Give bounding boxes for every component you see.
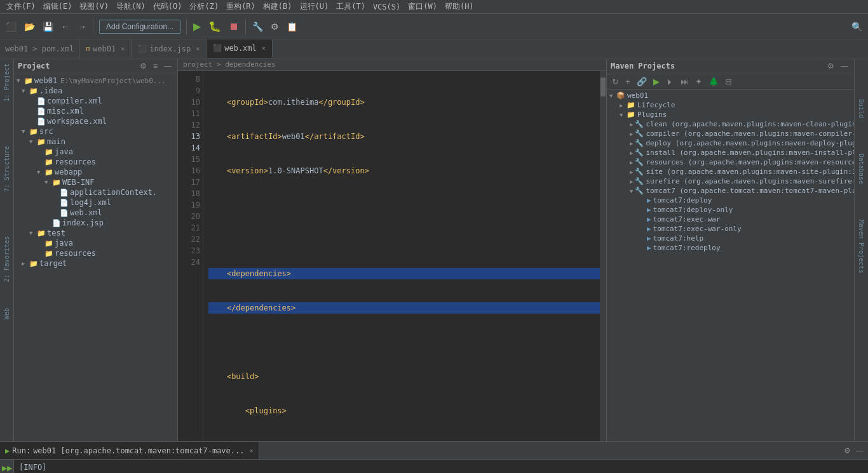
right-tab-maven-projects[interactable]: Maven Projects — [857, 217, 866, 276]
maven-link-btn[interactable]: 🔗 — [634, 76, 649, 88]
bottom-tab-run[interactable]: ▶ Run: web01 [org.apache.tomcat.maven:to… — [0, 442, 259, 459]
sidebar-project-icon[interactable]: 1: Project — [2, 61, 11, 104]
right-tab-build[interactable]: Build — [857, 97, 866, 121]
tree-idea[interactable]: ▼ 📁 .idea — [14, 86, 177, 96]
menu-tools[interactable]: 工具(T) — [332, 0, 369, 13]
tree-test-java[interactable]: ▶ 📁 java — [14, 238, 177, 248]
toolbar-new[interactable]: ⬛ — [3, 20, 20, 34]
maven-surefire[interactable]: ▶ 🔧 surefire (org.apache.maven.plugins:m… — [607, 177, 854, 186]
tree-java[interactable]: ▶ 📁 java — [14, 147, 177, 157]
maven-tomcat7-exec-war-only[interactable]: ▶ tomcat7:exec-war-only — [607, 224, 854, 234]
tab-web01-close[interactable]: ✕ — [121, 45, 125, 52]
stop-button[interactable]: ⏹ — [226, 19, 242, 34]
tree-root[interactable]: ▼ 📁 web01 E:\myMavenProject\web0... — [14, 76, 177, 86]
toolbar-forward[interactable]: → — [74, 20, 90, 34]
maven-settings-btn[interactable]: ⚙ — [825, 61, 836, 71]
maven-tomcat7-help[interactable]: ▶ tomcat7:help — [607, 234, 854, 243]
maven-tomcat7-deploy-only[interactable]: ▶ tomcat7:deploy-only — [607, 205, 854, 215]
menu-edit[interactable]: 编辑(E) — [39, 0, 76, 13]
tree-misc-xml[interactable]: ▶ 📄 misc.xml — [14, 106, 177, 116]
menu-navigate[interactable]: 导航(N) — [112, 0, 149, 13]
tree-test[interactable]: ▼ 📁 test — [14, 228, 177, 238]
maven-skip-tests-btn[interactable]: ⏭ — [678, 76, 691, 88]
toolbar-structure[interactable]: 📋 — [283, 20, 301, 34]
tree-resources[interactable]: ▶ 📁 resources — [14, 157, 177, 167]
tab-web01[interactable]: m web01 ✕ — [79, 39, 132, 58]
run-button[interactable]: ▶ — [190, 18, 204, 34]
maven-run-btn[interactable]: ▶ — [651, 76, 662, 88]
maven-tomcat7-exec-war[interactable]: ▶ tomcat7:exec-war — [607, 215, 854, 224]
maven-root[interactable]: ▼ 📦 web01 — [607, 91, 854, 100]
maven-deploy[interactable]: ▶ 🔧 deploy (org.apache.maven.plugins:mav… — [607, 138, 854, 148]
project-breadcrumb[interactable]: web01 > pom.xml — [0, 39, 79, 58]
maven-debug-btn[interactable]: ⏵ — [663, 76, 677, 88]
tree-appcontext[interactable]: ▶ 📄 applicationContext. — [14, 187, 177, 197]
tab-web-xml[interactable]: ⬛ web.xml ✕ — [207, 39, 273, 58]
menu-code[interactable]: 代码(O) — [149, 0, 186, 13]
toolbar-sdk[interactable]: ⚙ — [268, 20, 282, 34]
tree-compiler-xml[interactable]: ▶ 📄 compiler.xml — [14, 96, 177, 106]
maven-tomcat7-deploy[interactable]: ▶ tomcat7:deploy — [607, 196, 854, 205]
maven-refresh-btn[interactable]: ↻ — [609, 76, 621, 88]
menu-refactor[interactable]: 重构(R) — [222, 0, 259, 13]
menu-view[interactable]: 视图(V) — [76, 0, 112, 13]
project-scope-btn[interactable]: ⚙ — [138, 61, 149, 71]
tree-workspace-xml[interactable]: ▶ 📄 workspace.xml — [14, 116, 177, 126]
tab-web-xml-close[interactable]: ✕ — [262, 44, 266, 51]
menu-analyze[interactable]: 分析(Z) — [186, 0, 222, 13]
tab-index-jsp-close[interactable]: ✕ — [196, 45, 200, 52]
maven-minimize-btn[interactable]: — — [839, 61, 850, 71]
tree-main[interactable]: ▼ 📁 main — [14, 137, 177, 147]
toolbar-back[interactable]: ← — [58, 20, 73, 34]
tree-index-jsp[interactable]: ▶ 📄 index.jsp — [14, 218, 177, 228]
project-minimize-btn[interactable]: — — [162, 61, 173, 71]
maven-lifecycle[interactable]: ▶ 📁 Lifecycle — [607, 100, 854, 110]
tree-web-xml[interactable]: ▶ 📄 web.xml — [14, 208, 177, 218]
maven-plugins[interactable]: ▼ 📁 Plugins — [607, 110, 854, 119]
maven-compiler[interactable]: ▶ 🔧 compiler (org.apache.maven.plugins:m… — [607, 129, 854, 138]
menu-window[interactable]: 窗口(W) — [404, 0, 441, 13]
sidebar-favorites-icon[interactable]: 2: Favorites — [2, 234, 11, 284]
right-tab-database[interactable]: Database — [857, 151, 866, 187]
maven-tomcat7[interactable]: ▼ 🔧 tomcat7 (org.apache.tomcat.maven:tom… — [607, 186, 854, 196]
tree-src[interactable]: ▼ 📁 src — [14, 126, 177, 137]
maven-site[interactable]: ▶ 🔧 site (org.apache.maven.plugins:maven… — [607, 167, 854, 177]
sidebar-structure-icon[interactable]: 7: Structure — [2, 143, 11, 194]
bottom-settings-btn[interactable]: ⚙ — [842, 446, 853, 456]
add-configuration-button[interactable]: Add Configuration... — [99, 20, 180, 34]
menu-run[interactable]: 运行(U) — [296, 0, 333, 13]
tab-index-jsp[interactable]: ⬛ index.jsp ✕ — [132, 39, 207, 58]
menu-file[interactable]: 文件(F) — [3, 0, 39, 13]
editor-scrollbar[interactable] — [600, 71, 606, 441]
maven-generate-btn[interactable]: ✦ — [693, 76, 705, 88]
tree-log4j[interactable]: ▶ 📄 log4j.xml — [14, 197, 177, 208]
maven-install[interactable]: ▶ 🔧 install (org.apache.maven.plugins:ma… — [607, 148, 854, 157]
maven-collapse-btn[interactable]: ⊟ — [722, 76, 735, 88]
maven-resources[interactable]: ▶ 🔧 resources (org.apache.maven.plugins:… — [607, 157, 854, 167]
toolbar-open[interactable]: 📂 — [21, 20, 38, 34]
toolbar-settings[interactable]: 🔧 — [249, 20, 266, 34]
breadcrumb-project[interactable]: project > dependencies — [183, 60, 276, 69]
tree-webinf[interactable]: ▼ 📁 WEB-INF — [14, 177, 177, 187]
menu-vcs[interactable]: VCS(S) — [369, 1, 404, 13]
debug-button[interactable]: 🐛 — [205, 18, 224, 34]
menu-help[interactable]: 帮助(H) — [441, 0, 478, 13]
code-content[interactable]: <groupId>com.itheima</groupId> <artifact… — [203, 71, 606, 441]
search-everywhere-button[interactable]: 🔍 — [848, 20, 865, 34]
tree-test-resources[interactable]: ▶ 📁 resources — [14, 248, 177, 258]
menu-build[interactable]: 构建(B) — [259, 0, 296, 13]
tree-webapp[interactable]: ▼ 📁 webapp — [14, 167, 177, 177]
run-restart-btn[interactable]: ▶▶ — [0, 462, 15, 473]
maven-clean[interactable]: ▶ 🔧 clean (org.apache.maven.plugins:mave… — [607, 119, 854, 129]
sidebar-web-icon[interactable]: Web — [2, 305, 11, 322]
tree-target[interactable]: ▶ 📁 target — [14, 258, 177, 269]
project-settings-btn[interactable]: ≡ — [151, 61, 159, 71]
maven-tree-btn[interactable]: 🌲 — [706, 76, 721, 88]
run-tab-close[interactable]: ✕ — [249, 447, 253, 454]
toolbar-save[interactable]: 💾 — [39, 20, 57, 34]
maven-add-btn[interactable]: + — [623, 76, 633, 88]
maven-tomcat7-redeploy[interactable]: ▶ tomcat7:redeploy — [607, 243, 854, 253]
maven-lifecycle-icon: 📁 — [627, 101, 635, 109]
bottom-minimize-btn[interactable]: — — [854, 446, 865, 456]
run-output[interactable]: [INFO] [INFO] <<< tomcat7-maven-plugin:2… — [14, 460, 868, 473]
